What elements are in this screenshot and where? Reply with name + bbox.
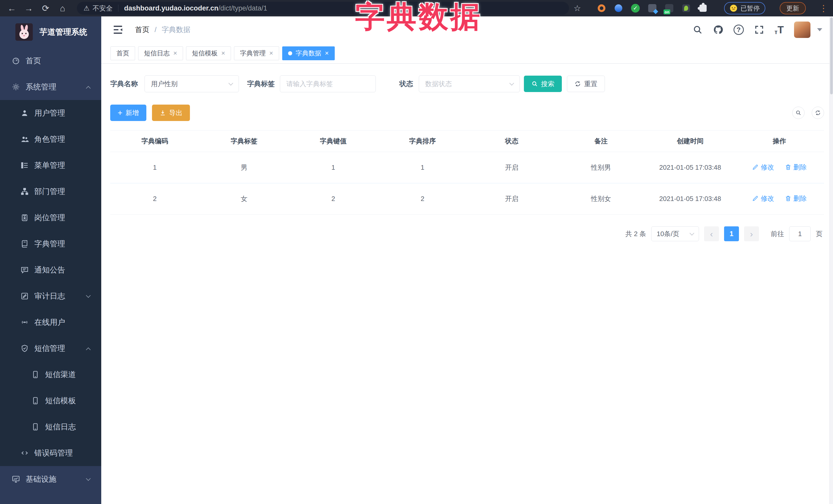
chevron-up-icon	[86, 86, 91, 91]
dict-name-select[interactable]: 用户性别	[145, 75, 239, 92]
trash-icon	[785, 195, 791, 202]
close-icon[interactable]: ×	[221, 49, 225, 57]
sidebar-item-dict-management[interactable]: 字典管理	[0, 231, 101, 257]
add-button[interactable]: + 新增	[110, 104, 146, 121]
current-page-button[interactable]: 1	[724, 226, 739, 241]
extension-green-check-icon[interactable]: ✓	[631, 4, 640, 13]
sidebar: 芋道管理系统 首页 系统管理	[0, 17, 101, 504]
page-size-select[interactable]: 10条/页	[651, 226, 699, 241]
bookmark-star-icon[interactable]: ☆	[574, 3, 581, 13]
goto-page-input[interactable]	[789, 226, 811, 241]
edit-link[interactable]: 修改	[752, 163, 774, 172]
profile-emoji-icon	[730, 4, 737, 12]
forward-icon: →	[24, 3, 33, 13]
close-icon[interactable]: ×	[269, 49, 273, 57]
toggle-search-button[interactable]	[792, 106, 805, 119]
sidebar-item-sms-management[interactable]: 短信管理	[0, 335, 101, 361]
browser-profile-chip[interactable]: 已暂停	[724, 2, 765, 14]
breadcrumb-home[interactable]: 首页	[135, 25, 149, 34]
sidebar-collapse-icon[interactable]	[112, 24, 124, 35]
status-value: 开启	[467, 194, 556, 203]
delete-link[interactable]: 删除	[785, 194, 807, 203]
prev-page-button[interactable]: ‹	[704, 226, 719, 241]
user-avatar[interactable]	[794, 22, 810, 38]
extension-sprout-icon[interactable]	[682, 4, 691, 13]
download-icon	[160, 110, 166, 116]
sidebar-item-online-users[interactable]: 在线用户	[0, 309, 101, 335]
sidebar-item-user-management[interactable]: 用户管理	[0, 100, 101, 126]
navbar-actions: ? тT	[693, 22, 822, 38]
tab-dict-management[interactable]: 字典管理 ×	[234, 46, 279, 60]
tab-sms-log[interactable]: 短信日志 ×	[138, 46, 183, 60]
chevron-up-icon	[86, 347, 91, 352]
sidebar-item-notice-management[interactable]: 通知公告	[0, 257, 101, 283]
sidebar-item-sms-log[interactable]: 短信日志	[0, 414, 101, 440]
sidebar-item-error-code[interactable]: 错误码管理	[0, 440, 101, 466]
extensions-puzzle-icon[interactable]	[698, 4, 708, 13]
scrollbar-thumb[interactable]	[830, 18, 833, 94]
close-icon[interactable]: ×	[173, 49, 177, 57]
url-domain: dashboard.yudao.iocoder.cn	[124, 4, 218, 12]
browser-menu-kebab-icon[interactable]: ⋮	[819, 3, 828, 13]
tab-dict-data[interactable]: 字典数据 ×	[282, 46, 335, 60]
tab-sms-template[interactable]: 短信模板 ×	[186, 46, 231, 60]
sidebar-item-sms-template[interactable]: 短信模板	[0, 388, 101, 414]
column-header: 字典标签	[199, 137, 289, 146]
sidebar-item-label: 部门管理	[34, 186, 65, 197]
scrollbar[interactable]	[829, 17, 833, 504]
extension-gray-diamond-icon[interactable]	[648, 4, 657, 13]
close-icon[interactable]: ×	[325, 49, 329, 57]
next-page-button[interactable]: ›	[744, 226, 759, 241]
search-button[interactable]: 搜索	[524, 76, 562, 92]
row-actions: 修改 删除	[735, 163, 824, 172]
font-size-icon[interactable]: тT	[775, 24, 784, 35]
dict-name-label: 字典名称	[110, 79, 138, 89]
dict-label-input[interactable]	[280, 75, 376, 92]
edit-pencil-icon	[752, 195, 759, 202]
edit-link[interactable]: 修改	[752, 194, 774, 203]
status-select[interactable]: 数据状态	[419, 75, 520, 92]
delete-link[interactable]: 删除	[785, 163, 807, 172]
github-icon[interactable]	[713, 25, 723, 35]
table-row[interactable]: 2 女 2 2 开启 性别女 2021-01-05 17:03:48	[110, 183, 824, 215]
app-logo-row[interactable]: 芋道管理系统	[0, 17, 101, 48]
browser-back-button[interactable]: ←	[5, 2, 19, 15]
app-title: 芋道管理系统	[40, 27, 87, 38]
security-warning-icon: ⚠	[84, 4, 90, 12]
reset-button[interactable]: 重置	[567, 76, 605, 92]
sidebar-item-home[interactable]: 首页	[0, 48, 101, 74]
help-icon[interactable]: ?	[734, 25, 744, 35]
url-path: /dict/type/data/1	[218, 4, 267, 12]
sidebar-item-menu-management[interactable]: 菜单管理	[0, 152, 101, 178]
sidebar-item-audit-log[interactable]: 审计日志	[0, 283, 101, 309]
avatar-caret-down-icon[interactable]	[817, 28, 822, 31]
main-area: 首页 / 字典数据 ?	[101, 17, 833, 504]
phone-icon	[31, 423, 40, 431]
sidebar-item-sms-channel[interactable]: 短信渠道	[0, 361, 101, 388]
sidebar-item-role-management[interactable]: 角色管理	[0, 126, 101, 152]
tags-view-bar: 首页 短信日志 × 短信模板 × 字典管理 × 字典数据 ×	[101, 43, 833, 64]
extension-orange-ring-icon[interactable]	[597, 4, 606, 13]
search-icon[interactable]	[693, 25, 703, 35]
chevron-down-icon	[229, 81, 233, 86]
profile-status-label: 已暂停	[740, 4, 760, 13]
address-bar[interactable]: ⚠ 不安全 dashboard.yudao.iocoder.cn /dict/t…	[77, 2, 569, 15]
extension-blue-bulb-icon[interactable]	[614, 4, 623, 13]
row-actions: 修改 删除	[735, 194, 824, 204]
refresh-table-button[interactable]	[812, 106, 824, 119]
active-tab-dot	[288, 51, 292, 55]
fullscreen-icon[interactable]	[754, 25, 764, 35]
sidebar-item-infrastructure[interactable]: 基础设施	[0, 466, 101, 492]
table-row[interactable]: 1 男 1 1 开启 性别男 2021-01-05 17:03:48	[110, 152, 824, 183]
sidebar-item-post-management[interactable]: 岗位管理	[0, 205, 101, 231]
browser-update-button[interactable]: 更新	[780, 2, 806, 14]
tab-home[interactable]: 首页	[111, 46, 135, 60]
sidebar-item-system-management[interactable]: 系统管理	[0, 74, 101, 100]
browser-home-button[interactable]: ⌂	[56, 2, 69, 15]
column-header: 状态	[467, 137, 556, 146]
export-button[interactable]: 导出	[152, 104, 190, 121]
sidebar-item-dept-management[interactable]: 部门管理	[0, 178, 101, 205]
browser-reload-button[interactable]: ⟳	[39, 2, 52, 15]
extension-proxy-on-icon[interactable]: on	[665, 4, 674, 13]
browser-forward-button[interactable]: →	[22, 2, 35, 15]
